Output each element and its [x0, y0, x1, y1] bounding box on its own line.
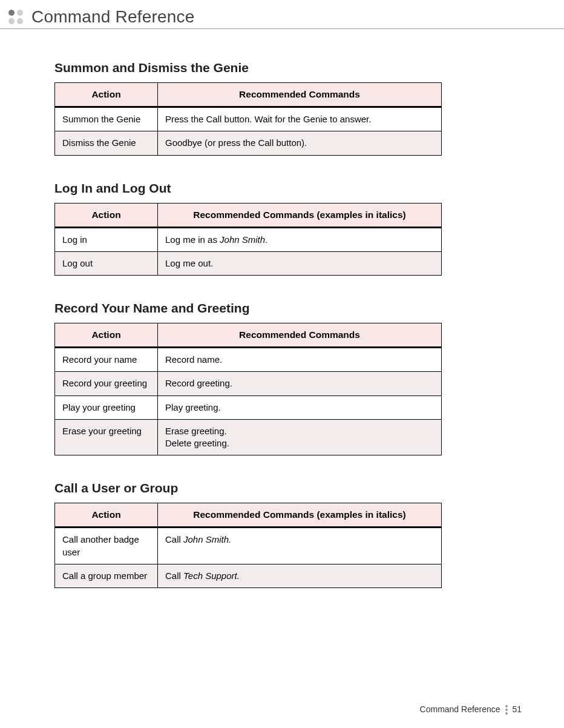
- table-row: Erase your greeting Erase greeting. Dele…: [55, 419, 442, 455]
- cmd-cell: Record greeting.: [158, 372, 442, 395]
- login-logout-table: Action Recommended Commands (examples in…: [54, 203, 442, 276]
- table-row: Record your greeting Record greeting.: [55, 372, 442, 395]
- action-cell: Record your name: [55, 348, 158, 372]
- footer-page-number: 51: [512, 704, 522, 714]
- action-cell: Call another badge user: [55, 528, 158, 564]
- footer-label: Command Reference: [420, 704, 500, 714]
- table-row: Play your greeting Play greeting.: [55, 395, 442, 419]
- section-title: Summon and Dismiss the Genie: [54, 61, 522, 75]
- table-row: Summon the Genie Press the Call button. …: [55, 107, 442, 131]
- action-cell: Erase your greeting: [55, 419, 158, 455]
- col-cmd: Recommended Commands: [158, 83, 442, 107]
- call-user-group-table: Action Recommended Commands (examples in…: [54, 503, 442, 588]
- table-row: Log in Log me in as John Smith.: [55, 227, 442, 251]
- action-cell: Call a group member: [55, 564, 158, 587]
- action-cell: Summon the Genie: [55, 107, 158, 131]
- header-dots-icon: [8, 10, 23, 24]
- content-area: Summon and Dismiss the Genie Action Reco…: [0, 29, 564, 588]
- action-cell: Play your greeting: [55, 395, 158, 419]
- cmd-cell: Press the Call button. Wait for the Geni…: [158, 107, 442, 131]
- cmd-cell: Erase greeting. Delete greeting.: [158, 419, 442, 455]
- summon-dismiss-table: Action Recommended Commands Summon the G…: [54, 82, 442, 156]
- col-action: Action: [55, 203, 158, 227]
- col-cmd: Recommended Commands: [158, 323, 442, 348]
- cmd-cell: Record name.: [158, 348, 442, 372]
- cmd-cell: Log me in as John Smith.: [158, 227, 442, 251]
- action-cell: Dismiss the Genie: [55, 131, 158, 155]
- footer-dots-icon: [505, 704, 508, 716]
- cmd-cell: Log me out.: [158, 251, 442, 275]
- table-row: Log out Log me out.: [55, 251, 442, 275]
- cmd-cell: Call Tech Support.: [158, 564, 442, 587]
- col-cmd: Recommended Commands (examples in italic…: [158, 203, 442, 227]
- action-cell: Log in: [55, 227, 158, 251]
- table-row: Dismiss the Genie Goodbye (or press the …: [55, 131, 442, 155]
- col-action: Action: [55, 323, 158, 348]
- cmd-cell: Goodbye (or press the Call button).: [158, 131, 442, 155]
- col-action: Action: [55, 83, 158, 107]
- section-title: Call a User or Group: [54, 481, 522, 495]
- col-action: Action: [55, 503, 158, 528]
- action-cell: Record your greeting: [55, 372, 158, 395]
- page-title: Command Reference: [31, 7, 195, 27]
- action-cell: Log out: [55, 251, 158, 275]
- col-cmd: Recommended Commands (examples in italic…: [158, 503, 442, 528]
- section-title: Log In and Log Out: [54, 181, 522, 196]
- record-greeting-table: Action Recommended Commands Record your …: [54, 323, 442, 455]
- table-row: Call a group member Call Tech Support.: [55, 564, 442, 587]
- cmd-cell: Play greeting.: [158, 395, 442, 419]
- table-row: Record your name Record name.: [55, 348, 442, 372]
- page-footer: Command Reference 51: [420, 704, 522, 716]
- section-title: Record Your Name and Greeting: [54, 301, 522, 316]
- table-row: Call another badge user Call John Smith.: [55, 528, 442, 564]
- page-header: Command Reference: [0, 0, 564, 29]
- cmd-cell: Call John Smith.: [158, 528, 442, 564]
